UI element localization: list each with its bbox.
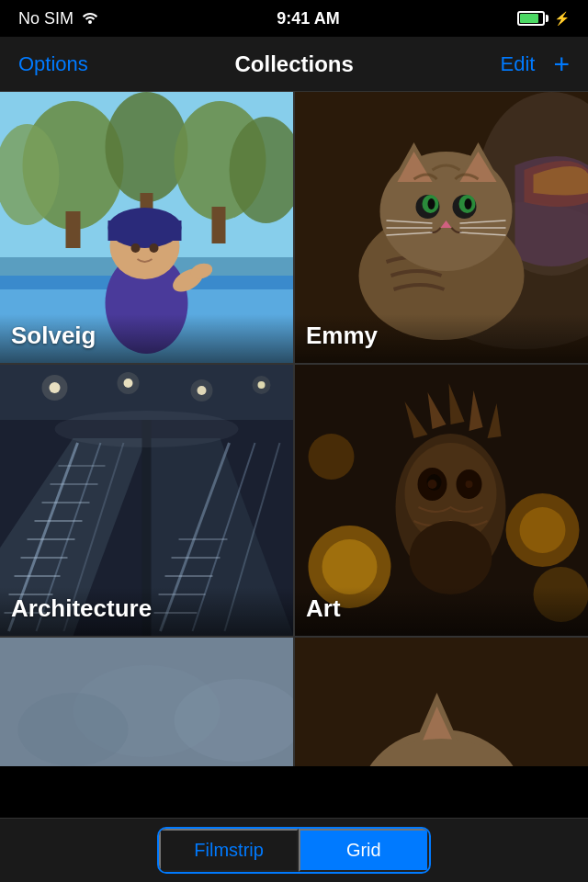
svg-point-18 [131, 243, 141, 253]
page-title: Collections [235, 51, 354, 77]
svg-point-93 [428, 480, 437, 489]
status-right: ⚡ [517, 11, 570, 26]
collection-item-partial-right[interactable] [295, 638, 588, 766]
collection-name-solveig: Solveig [11, 322, 96, 349]
battery-icon [517, 11, 548, 26]
svg-point-94 [466, 481, 473, 488]
carrier-text: No SIM [18, 9, 74, 28]
collection-label-architecture: Architecture [0, 587, 293, 636]
nav-bar: Options Collections Edit + [0, 37, 588, 92]
collection-label-art: Art [295, 587, 588, 636]
options-button[interactable]: Options [18, 52, 88, 76]
charging-icon: ⚡ [554, 11, 570, 26]
filmstrip-tab[interactable]: Filmstrip [159, 829, 299, 872]
svg-point-95 [410, 521, 492, 594]
collections-grid: Solveig [0, 92, 588, 766]
collection-name-art: Art [306, 594, 341, 622]
collection-item-partial-left[interactable] [0, 638, 293, 766]
collection-item-art[interactable]: Art [295, 365, 588, 636]
add-button[interactable]: + [553, 51, 570, 78]
svg-rect-15 [108, 220, 182, 241]
collection-name-emmy: Emmy [306, 322, 378, 349]
grid-tab[interactable]: Grid [299, 829, 429, 872]
tab-bar: Filmstrip Grid [0, 818, 588, 882]
svg-point-78 [322, 539, 378, 594]
wifi-icon [81, 9, 99, 28]
svg-point-51 [253, 376, 271, 394]
collection-item-emmy[interactable]: Emmy [295, 92, 588, 363]
svg-point-45 [42, 375, 68, 401]
status-time: 9:41 AM [277, 9, 339, 28]
svg-point-33 [428, 198, 435, 209]
svg-point-80 [520, 507, 566, 553]
collection-label-solveig: Solveig [0, 314, 293, 363]
collection-name-architecture: Architecture [11, 594, 152, 622]
collection-label-emmy: Emmy [295, 314, 588, 363]
svg-point-81 [309, 434, 355, 480]
collection-item-architecture[interactable]: Architecture [0, 365, 293, 636]
view-mode-selector: Filmstrip Grid [157, 827, 430, 874]
edit-button[interactable]: Edit [501, 52, 536, 76]
status-left: No SIM [18, 9, 99, 28]
svg-point-75 [55, 411, 239, 447]
status-bar: No SIM 9:41 AM ⚡ [0, 0, 588, 37]
collection-item-solveig[interactable]: Solveig [0, 92, 293, 363]
svg-rect-9 [212, 207, 226, 243]
svg-point-49 [191, 379, 213, 401]
svg-point-19 [150, 243, 159, 253]
svg-point-34 [465, 198, 472, 209]
nav-right-buttons: Edit + [501, 51, 570, 78]
svg-point-47 [118, 372, 140, 394]
svg-rect-7 [66, 211, 81, 248]
svg-point-99 [18, 693, 129, 766]
